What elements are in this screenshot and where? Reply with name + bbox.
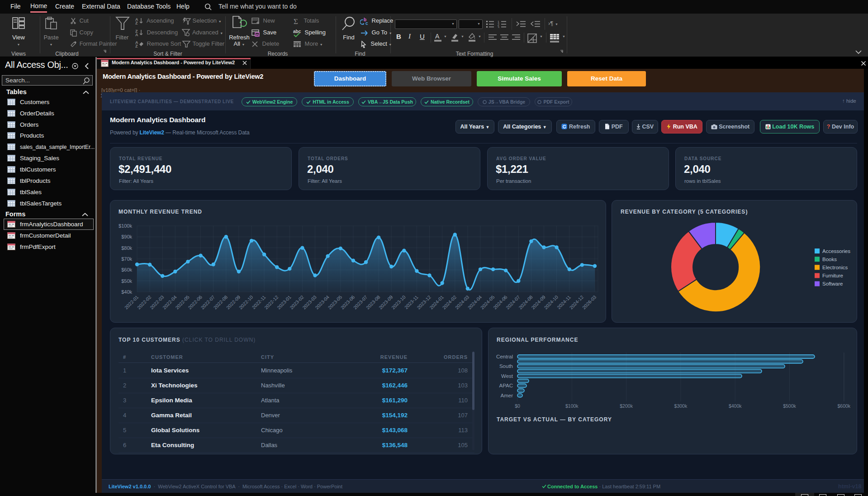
svg-text:2024-10: 2024-10 [543,294,559,310]
svg-text:A: A [135,33,138,37]
svg-text:$60k: $60k [121,267,132,272]
svg-text:APAC: APAC [499,383,513,388]
svg-text:Amer: Amer [501,393,513,398]
svg-text:$90k: $90k [121,234,132,239]
svg-text:abc: abc [293,29,301,34]
svg-text:South: South [499,363,513,369]
svg-text:Σ: Σ [294,17,298,25]
svg-text:Accessories: Accessories [822,248,850,254]
svg-text:Electronics: Electronics [822,265,848,270]
svg-text:2023-10: 2023-10 [390,294,407,310]
svg-text:$200k: $200k [620,403,633,409]
svg-text:$500k: $500k [783,403,796,409]
svg-text:3: 3 [498,26,499,28]
svg-text:$0: $0 [515,403,520,409]
svg-text:West: West [501,373,513,379]
svg-text:Software: Software [822,281,843,286]
svg-text:2026-03: 2026-03 [581,294,598,310]
svg-text:Z: Z [135,44,138,48]
svg-text:$600k: $600k [837,403,850,409]
svg-text:$100k: $100k [119,223,132,229]
svg-text:$80k: $80k [121,245,132,251]
svg-text:$70k: $70k [121,256,132,262]
svg-text:Furniture: Furniture [822,273,843,278]
svg-text:$300k: $300k [674,403,688,409]
svg-text:2022-10: 2022-10 [238,294,254,310]
svg-text:$40k: $40k [121,289,132,295]
svg-text:Central: Central [496,354,513,359]
svg-text:Z: Z [135,21,138,25]
svg-text:Books: Books [822,257,837,262]
svg-text:$100k: $100k [565,403,579,409]
svg-text:c: c [365,21,368,25]
svg-text:$400k: $400k [729,403,742,409]
svg-text:$50k: $50k [121,278,132,284]
